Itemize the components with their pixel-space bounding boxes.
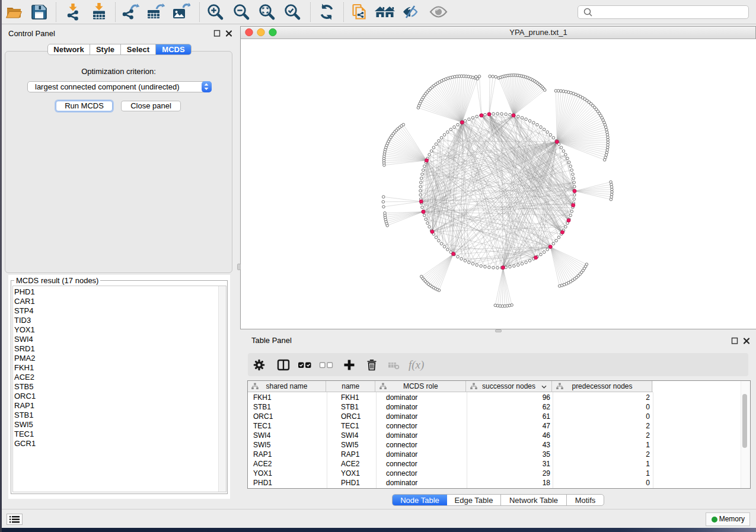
svg-text:f(x): f(x)	[409, 358, 424, 371]
